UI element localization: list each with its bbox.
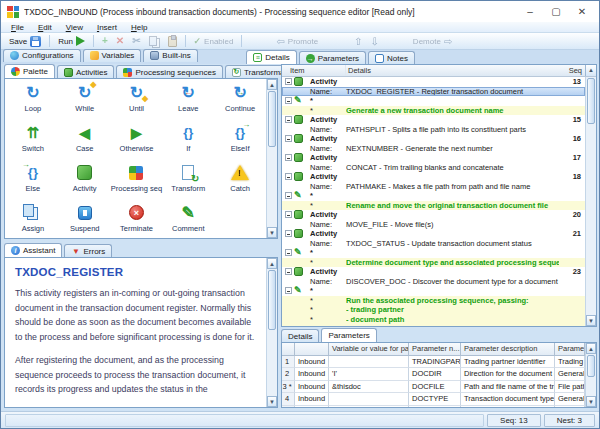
grid-row[interactable]: 3 *Inbound&thisdocDOCFILEPath and file n… [282, 381, 585, 393]
delete-button[interactable]: ✕ [112, 35, 128, 47]
scroll-thumb[interactable] [587, 78, 595, 124]
menu-item-edit[interactable]: Edit [31, 23, 59, 32]
grid-cell[interactable]: Direction for the document exc [461, 368, 555, 380]
palette-item-activity[interactable]: Activity [59, 163, 111, 203]
palette-item-transform[interactable]: Transform [162, 163, 214, 203]
column-header-item[interactable]: Item [282, 65, 346, 76]
minimize-button[interactable]: – [517, 1, 543, 22]
demote-button[interactable]: Demote⇨ [409, 35, 456, 48]
tab-built-ins[interactable]: Built-ins [143, 49, 197, 62]
tree-row[interactable]: ✎* [282, 286, 585, 296]
collapse-icon[interactable] [285, 173, 292, 180]
tree-row[interactable]: Name:DISCOVER_DOC - Discover the documen… [282, 277, 585, 287]
collapse-icon[interactable] [285, 287, 292, 294]
close-button[interactable]: ✕ [569, 1, 595, 22]
palette-item-suspend[interactable]: Suspend [59, 203, 111, 238]
tree-row[interactable]: Activity18 [282, 172, 585, 182]
scroll-thumb[interactable] [268, 91, 276, 147]
tab-configurations[interactable]: Configurations [3, 49, 81, 62]
scroll-up-icon[interactable]: ▲ [267, 79, 277, 90]
grid-header-cell[interactable]: Variable or value for par... [329, 343, 409, 356]
tree-row[interactable]: Activity17 [282, 153, 585, 163]
grid-cell[interactable]: Path and file name of the trans [461, 381, 555, 393]
collapse-icon[interactable] [285, 78, 292, 85]
scroll-down-icon[interactable]: ▼ [267, 227, 277, 238]
menu-item-view[interactable]: View [59, 23, 90, 32]
grid-cell[interactable]: Trading partner identifier [461, 356, 555, 368]
grid-cell[interactable]: TRADINGPART [409, 356, 461, 368]
tab-details[interactable]: ≡Details [246, 50, 296, 64]
grid-header-cell[interactable] [295, 343, 329, 356]
grid-row[interactable]: 2Inbound'I'DOCDIRDirection for the docum… [282, 368, 585, 380]
grid-row[interactable]: 5InboundDOCCONTENTTransaction document c… [282, 406, 585, 407]
tab-variables[interactable]: Variables [83, 49, 142, 62]
grid-header-cell[interactable]: Parameter d... [555, 343, 585, 356]
grid-cell[interactable]: 'I' [329, 368, 409, 380]
promote-button[interactable]: ⇦Promote [272, 35, 322, 48]
grid-cell[interactable]: 1 [282, 356, 295, 368]
menu-item-help[interactable]: Help [124, 23, 154, 32]
tab-notes[interactable]: Notes [368, 51, 415, 64]
palette-item-processing-seq[interactable]: Processing seq [111, 163, 163, 203]
grid-cell[interactable]: 2 [282, 368, 295, 380]
palette-item-terminate[interactable]: ×Terminate [111, 203, 163, 238]
add-button[interactable]: + [98, 35, 112, 47]
palette-item-else[interactable]: {}→Else [7, 163, 59, 203]
grid-cell[interactable] [329, 393, 409, 405]
grid-cell[interactable]: Inbound [295, 368, 329, 380]
bottom-tab-parameters[interactable]: Parameters [321, 328, 376, 342]
tab-activities[interactable]: Activities [57, 65, 115, 78]
palette-item-comment[interactable]: ✎Comment [162, 203, 214, 238]
palette-item-continue[interactable]: ↻→Continue [214, 83, 266, 123]
tab-parameters[interactable]: →Parameters [299, 51, 366, 64]
tree-row[interactable]: *Determine document type and associated … [282, 258, 585, 268]
palette-item-if[interactable]: {}If [162, 123, 214, 163]
grid-cell[interactable]: General [555, 368, 585, 380]
palette-item-until[interactable]: ↻◆Until [111, 83, 163, 123]
tree-row[interactable]: *Rename and move the original transactio… [282, 201, 585, 211]
menu-item-file[interactable]: File [4, 23, 31, 32]
tab-palette[interactable]: Palette [4, 64, 55, 78]
assistant-scrollbar[interactable]: ▲ ▼ [266, 258, 277, 407]
grid-scrollbar[interactable]: ▲ ▼ [585, 343, 596, 407]
grid-row[interactable]: 4InboundDOCTYPETransaction document type… [282, 393, 585, 405]
collapse-icon[interactable] [285, 211, 292, 218]
grid-cell[interactable]: DOCFILE [409, 381, 461, 393]
move-up-button[interactable]: ⇧ [350, 35, 366, 48]
tree-row[interactable]: Activity13 [282, 77, 585, 87]
grid-cell[interactable] [329, 406, 409, 407]
tree-row[interactable]: Activity20 [282, 210, 585, 220]
grid-cell[interactable]: Inbound [295, 406, 329, 407]
grid-cell[interactable]: Transaction document type [461, 393, 555, 405]
column-header-details[interactable]: Details [346, 65, 559, 76]
grid-cell[interactable]: 4 [282, 393, 295, 405]
tree-row[interactable]: Name:PATHSPLIT - Splits a file path into… [282, 125, 585, 135]
tree-row[interactable]: Name:MOVE_FILE - Move file(s) [282, 220, 585, 230]
tree-scrollbar[interactable]: ▼ [585, 77, 596, 326]
palette-item-assign[interactable]: Assign [7, 203, 59, 238]
copy-button[interactable] [145, 35, 164, 47]
tree-row[interactable]: Name:PATHMAKE - Makes a file path from p… [282, 182, 585, 192]
move-down-button[interactable]: ⇩ [366, 35, 382, 48]
grid-header-cell[interactable]: Parameter n... [409, 343, 461, 356]
scroll-thumb[interactable] [268, 270, 276, 330]
collapse-icon[interactable] [285, 268, 292, 275]
cut-button[interactable]: ✂ [128, 35, 144, 47]
scroll-thumb[interactable] [587, 355, 595, 377]
collapse-icon[interactable] [285, 116, 292, 123]
tree-row[interactable]: Name:NEXTNUMBER - Generate the next numb… [282, 144, 585, 154]
tree-row[interactable]: ✎* [282, 96, 585, 106]
tree-row[interactable]: ✎* [282, 191, 585, 201]
palette-scrollbar[interactable]: ▲ ▼ [266, 79, 277, 238]
scroll-down-icon[interactable]: ▼ [267, 396, 277, 407]
collapse-icon[interactable] [285, 97, 292, 104]
collapse-icon[interactable] [285, 192, 292, 199]
bottom-tab-details[interactable]: Details [281, 329, 319, 342]
grid-header-cell[interactable] [282, 343, 295, 356]
tree-row[interactable]: Activity15 [282, 115, 585, 125]
tree-row[interactable]: *Generate a new transaction document nam… [282, 106, 585, 116]
scroll-down-icon[interactable]: ▼ [586, 396, 596, 407]
tree-row[interactable]: *- trading partner [282, 305, 585, 315]
grid-cell[interactable]: Inbound [295, 381, 329, 393]
grid-cell[interactable]: General [555, 393, 585, 405]
